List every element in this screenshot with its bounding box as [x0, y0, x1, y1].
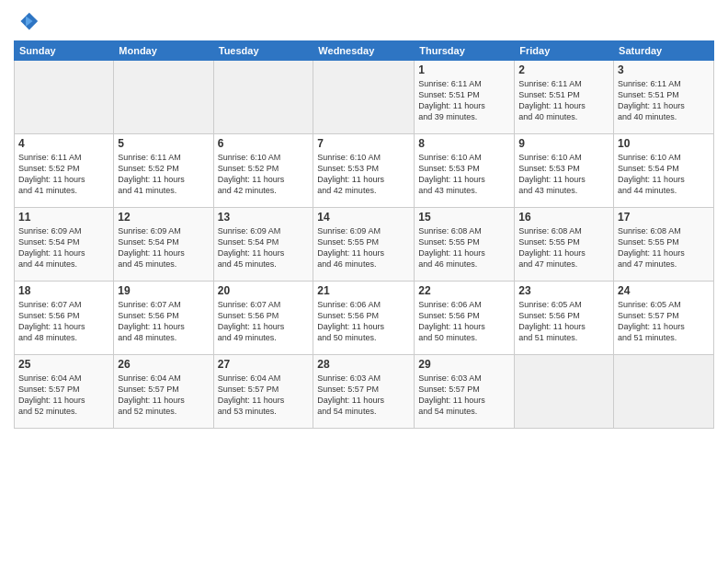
cell-day-number: 21 — [317, 284, 410, 297]
cell-info: Sunrise: 6:11 AM Sunset: 5:51 PM Dayligh… — [618, 78, 710, 123]
calendar-cell: 24Sunrise: 6:05 AM Sunset: 5:57 PM Dayli… — [614, 282, 714, 355]
cell-info: Sunrise: 6:10 AM Sunset: 5:54 PM Dayligh… — [618, 152, 710, 197]
cell-day-number: 1 — [418, 63, 510, 76]
calendar-cell: 1Sunrise: 6:11 AM Sunset: 5:51 PM Daylig… — [415, 61, 515, 134]
week-row-3: 18Sunrise: 6:07 AM Sunset: 5:56 PM Dayli… — [15, 282, 714, 355]
cell-info: Sunrise: 6:04 AM Sunset: 5:57 PM Dayligh… — [118, 373, 209, 418]
calendar-cell — [114, 61, 213, 134]
cell-day-number: 3 — [618, 63, 710, 76]
cell-day-number: 13 — [218, 211, 310, 224]
cell-day-number: 26 — [118, 358, 209, 371]
cell-day-number: 10 — [618, 137, 710, 150]
cell-day-number: 24 — [618, 284, 710, 297]
calendar: SundayMondayTuesdayWednesdayThursdayFrid… — [14, 40, 714, 429]
cell-info: Sunrise: 6:07 AM Sunset: 5:56 PM Dayligh… — [18, 299, 109, 344]
cell-day-number: 27 — [218, 358, 310, 371]
week-row-1: 4Sunrise: 6:11 AM Sunset: 5:52 PM Daylig… — [15, 134, 714, 208]
calendar-cell: 6Sunrise: 6:10 AM Sunset: 5:52 PM Daylig… — [213, 134, 313, 208]
cell-info: Sunrise: 6:10 AM Sunset: 5:53 PM Dayligh… — [317, 152, 410, 197]
cell-info: Sunrise: 6:11 AM Sunset: 5:52 PM Dayligh… — [118, 152, 209, 197]
cell-day-number: 25 — [18, 358, 109, 371]
cell-info: Sunrise: 6:04 AM Sunset: 5:57 PM Dayligh… — [218, 373, 310, 418]
cell-day-number: 9 — [518, 137, 609, 150]
calendar-cell: 16Sunrise: 6:08 AM Sunset: 5:55 PM Dayli… — [515, 208, 614, 282]
column-header-thursday: Thursday — [415, 41, 515, 61]
cell-info: Sunrise: 6:03 AM Sunset: 5:57 PM Dayligh… — [418, 373, 510, 418]
calendar-cell: 15Sunrise: 6:08 AM Sunset: 5:55 PM Dayli… — [415, 208, 515, 282]
cell-info: Sunrise: 6:09 AM Sunset: 5:55 PM Dayligh… — [317, 225, 410, 270]
cell-info: Sunrise: 6:10 AM Sunset: 5:53 PM Dayligh… — [418, 152, 510, 197]
cell-day-number: 7 — [317, 137, 410, 150]
calendar-cell — [313, 61, 415, 134]
cell-day-number: 23 — [518, 284, 609, 297]
week-row-4: 25Sunrise: 6:04 AM Sunset: 5:57 PM Dayli… — [15, 355, 714, 429]
cell-info: Sunrise: 6:10 AM Sunset: 5:52 PM Dayligh… — [218, 152, 310, 197]
calendar-cell: 5Sunrise: 6:11 AM Sunset: 5:52 PM Daylig… — [114, 134, 213, 208]
cell-info: Sunrise: 6:09 AM Sunset: 5:54 PM Dayligh… — [18, 225, 109, 270]
column-header-sunday: Sunday — [15, 41, 114, 61]
calendar-cell: 11Sunrise: 6:09 AM Sunset: 5:54 PM Dayli… — [15, 208, 114, 282]
logo — [14, 9, 43, 35]
calendar-cell — [213, 61, 313, 134]
header-row: SundayMondayTuesdayWednesdayThursdayFrid… — [15, 41, 714, 61]
calendar-cell: 20Sunrise: 6:07 AM Sunset: 5:56 PM Dayli… — [213, 282, 313, 355]
calendar-cell: 18Sunrise: 6:07 AM Sunset: 5:56 PM Dayli… — [15, 282, 114, 355]
calendar-cell: 19Sunrise: 6:07 AM Sunset: 5:56 PM Dayli… — [114, 282, 213, 355]
cell-day-number: 12 — [118, 211, 209, 224]
cell-day-number: 6 — [218, 137, 310, 150]
cell-day-number: 19 — [118, 284, 209, 297]
cell-day-number: 4 — [18, 137, 109, 150]
cell-info: Sunrise: 6:09 AM Sunset: 5:54 PM Dayligh… — [218, 225, 310, 270]
calendar-cell: 10Sunrise: 6:10 AM Sunset: 5:54 PM Dayli… — [614, 134, 714, 208]
calendar-cell: 25Sunrise: 6:04 AM Sunset: 5:57 PM Dayli… — [15, 355, 114, 429]
cell-day-number: 20 — [218, 284, 310, 297]
column-header-saturday: Saturday — [614, 41, 714, 61]
cell-info: Sunrise: 6:07 AM Sunset: 5:56 PM Dayligh… — [218, 299, 310, 344]
calendar-cell — [15, 61, 114, 134]
calendar-cell: 28Sunrise: 6:03 AM Sunset: 5:57 PM Dayli… — [313, 355, 415, 429]
cell-day-number: 16 — [518, 211, 609, 224]
calendar-cell — [614, 355, 714, 429]
cell-day-number: 18 — [18, 284, 109, 297]
calendar-cell: 9Sunrise: 6:10 AM Sunset: 5:53 PM Daylig… — [515, 134, 614, 208]
calendar-cell: 14Sunrise: 6:09 AM Sunset: 5:55 PM Dayli… — [313, 208, 415, 282]
cell-info: Sunrise: 6:06 AM Sunset: 5:56 PM Dayligh… — [418, 299, 510, 344]
calendar-cell: 27Sunrise: 6:04 AM Sunset: 5:57 PM Dayli… — [213, 355, 313, 429]
calendar-cell: 22Sunrise: 6:06 AM Sunset: 5:56 PM Dayli… — [415, 282, 515, 355]
calendar-body: 1Sunrise: 6:11 AM Sunset: 5:51 PM Daylig… — [15, 61, 714, 429]
cell-info: Sunrise: 6:11 AM Sunset: 5:51 PM Dayligh… — [518, 78, 609, 123]
cell-day-number: 2 — [518, 63, 609, 76]
cell-info: Sunrise: 6:11 AM Sunset: 5:52 PM Dayligh… — [18, 152, 109, 197]
cell-info: Sunrise: 6:06 AM Sunset: 5:56 PM Dayligh… — [317, 299, 410, 344]
cell-day-number: 17 — [618, 211, 710, 224]
cell-day-number: 14 — [317, 211, 410, 224]
header — [14, 9, 714, 35]
calendar-cell: 3Sunrise: 6:11 AM Sunset: 5:51 PM Daylig… — [614, 61, 714, 134]
cell-info: Sunrise: 6:04 AM Sunset: 5:57 PM Dayligh… — [18, 373, 109, 418]
cell-info: Sunrise: 6:08 AM Sunset: 5:55 PM Dayligh… — [618, 225, 710, 270]
calendar-cell: 8Sunrise: 6:10 AM Sunset: 5:53 PM Daylig… — [415, 134, 515, 208]
column-header-wednesday: Wednesday — [313, 41, 415, 61]
cell-day-number: 8 — [418, 137, 510, 150]
calendar-cell: 23Sunrise: 6:05 AM Sunset: 5:56 PM Dayli… — [515, 282, 614, 355]
week-row-0: 1Sunrise: 6:11 AM Sunset: 5:51 PM Daylig… — [15, 61, 714, 134]
calendar-cell: 12Sunrise: 6:09 AM Sunset: 5:54 PM Dayli… — [114, 208, 213, 282]
calendar-cell — [515, 355, 614, 429]
calendar-cell: 4Sunrise: 6:11 AM Sunset: 5:52 PM Daylig… — [15, 134, 114, 208]
cell-info: Sunrise: 6:08 AM Sunset: 5:55 PM Dayligh… — [518, 225, 609, 270]
cell-info: Sunrise: 6:08 AM Sunset: 5:55 PM Dayligh… — [418, 225, 510, 270]
calendar-cell: 7Sunrise: 6:10 AM Sunset: 5:53 PM Daylig… — [313, 134, 415, 208]
calendar-cell: 26Sunrise: 6:04 AM Sunset: 5:57 PM Dayli… — [114, 355, 213, 429]
cell-info: Sunrise: 6:10 AM Sunset: 5:53 PM Dayligh… — [518, 152, 609, 197]
cell-day-number: 28 — [317, 358, 410, 371]
calendar-cell: 13Sunrise: 6:09 AM Sunset: 5:54 PM Dayli… — [213, 208, 313, 282]
cell-day-number: 11 — [18, 211, 109, 224]
cell-day-number: 29 — [418, 358, 510, 371]
week-row-2: 11Sunrise: 6:09 AM Sunset: 5:54 PM Dayli… — [15, 208, 714, 282]
cell-info: Sunrise: 6:05 AM Sunset: 5:57 PM Dayligh… — [618, 299, 710, 344]
column-header-friday: Friday — [515, 41, 614, 61]
cell-info: Sunrise: 6:11 AM Sunset: 5:51 PM Dayligh… — [418, 78, 510, 123]
calendar-cell: 21Sunrise: 6:06 AM Sunset: 5:56 PM Dayli… — [313, 282, 415, 355]
cell-info: Sunrise: 6:07 AM Sunset: 5:56 PM Dayligh… — [118, 299, 209, 344]
page: SundayMondayTuesdayWednesdayThursdayFrid… — [0, 0, 728, 563]
